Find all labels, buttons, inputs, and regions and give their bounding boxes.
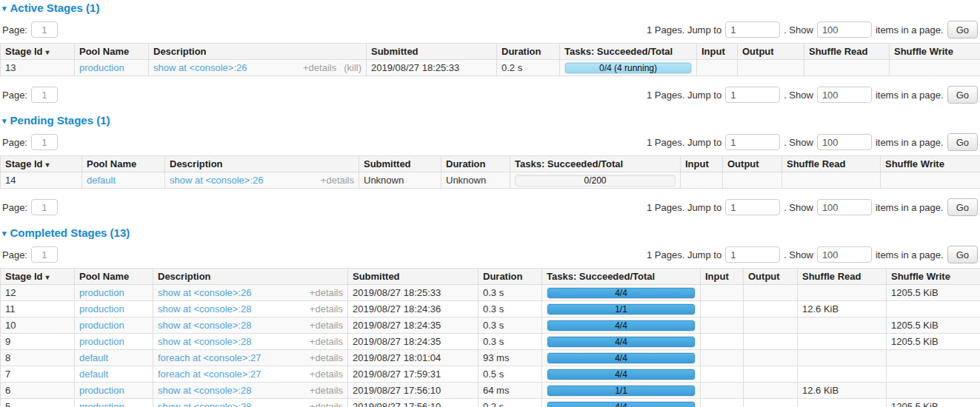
description-link[interactable]: show at <console>:28 — [158, 320, 251, 331]
column-header-input[interactable]: Input — [697, 44, 738, 60]
stage-id-cell: 13 — [1, 60, 75, 76]
column-header-description[interactable]: Description — [165, 156, 359, 172]
go-button[interactable]: Go — [947, 198, 978, 216]
pool-name-link[interactable]: default — [87, 175, 116, 186]
pool-name-link[interactable]: default — [79, 352, 108, 363]
items-per-page-input[interactable] — [817, 134, 872, 150]
jump-to-page-input[interactable] — [725, 134, 780, 150]
description-link[interactable]: show at <console>:28 — [158, 336, 251, 347]
details-toggle-link[interactable]: +details — [303, 62, 336, 73]
details-toggle-link[interactable]: +details — [310, 369, 343, 380]
pool-name-cell: production — [75, 334, 153, 350]
column-header-submitted[interactable]: Submitted — [348, 269, 479, 285]
pool-name-link[interactable]: production — [79, 320, 124, 331]
details-toggle-link[interactable]: +details — [310, 320, 343, 331]
section-header-pending-stages[interactable]: ▾Pending Stages (1) — [2, 114, 980, 127]
column-header-output[interactable]: Output — [723, 156, 782, 172]
column-header-stage-id[interactable]: Stage Id▾ — [1, 269, 75, 285]
column-header-input[interactable]: Input — [701, 269, 744, 285]
pool-name-link[interactable]: production — [79, 385, 124, 396]
progress-label: 4/4 — [547, 353, 695, 364]
page-number-input[interactable] — [31, 21, 58, 38]
page-number-input[interactable] — [31, 87, 58, 103]
column-header-stage-id[interactable]: Stage Id▾ — [1, 156, 82, 172]
column-header-description[interactable]: Description — [153, 269, 348, 285]
page-number-input[interactable] — [31, 199, 58, 215]
column-header-shuffle-write[interactable]: Shuffle Write — [881, 156, 980, 172]
details-toggle-link[interactable]: +details — [310, 352, 343, 363]
column-header-output[interactable]: Output — [738, 44, 804, 60]
details-toggle-link[interactable]: +details — [310, 336, 343, 347]
table-row: 13productionshow at <console>:26+details… — [1, 60, 980, 76]
details-toggle-link[interactable]: +details — [310, 401, 343, 407]
column-header-shuffle-read[interactable]: Shuffle Read — [798, 269, 887, 285]
column-header-output[interactable]: Output — [744, 269, 798, 285]
description-cell: show at <console>:28+details — [153, 301, 348, 317]
go-button[interactable]: Go — [947, 133, 978, 151]
description-link[interactable]: show at <console>:26 — [153, 62, 247, 73]
pool-name-link[interactable]: production — [79, 303, 124, 314]
details-toggle-link[interactable]: +details — [310, 385, 343, 396]
column-header-shuffle-read[interactable]: Shuffle Read — [782, 156, 881, 172]
column-header-duration[interactable]: Duration — [479, 269, 542, 285]
pool-name-cell: production — [75, 60, 149, 76]
pool-name-link[interactable]: production — [79, 336, 124, 347]
column-header-tasks-succeeded-total[interactable]: Tasks: Succeeded/Total — [510, 156, 681, 172]
column-header-pool-name[interactable]: Pool Name — [75, 269, 153, 285]
page-number-input[interactable] — [31, 134, 58, 150]
column-header-description[interactable]: Description — [149, 44, 367, 60]
jump-to-page-input[interactable] — [725, 21, 780, 38]
pool-name-link[interactable]: default — [79, 369, 108, 380]
kill-link[interactable]: (kill) — [344, 62, 361, 73]
output-cell — [744, 301, 798, 317]
pool-name-link[interactable]: production — [79, 287, 124, 298]
description-link[interactable]: foreach at <console>:27 — [158, 369, 261, 380]
column-header-input[interactable]: Input — [681, 156, 723, 172]
shuffle-read-cell — [798, 317, 887, 334]
column-header-tasks-succeeded-total[interactable]: Tasks: Succeeded/Total — [542, 269, 701, 285]
description-link[interactable]: show at <console>:28 — [158, 303, 251, 314]
go-button[interactable]: Go — [947, 86, 978, 104]
column-header-pool-name[interactable]: Pool Name — [75, 44, 149, 60]
column-header-duration[interactable]: Duration — [441, 156, 510, 172]
column-header-tasks-succeeded-total[interactable]: Tasks: Succeeded/Total — [560, 44, 697, 60]
jump-to-page-input[interactable] — [725, 87, 780, 103]
details-toggle-link[interactable]: +details — [321, 175, 354, 186]
column-header-shuffle-write[interactable]: Shuffle Write — [890, 44, 980, 60]
go-button[interactable]: Go — [947, 21, 978, 38]
items-per-page-input[interactable] — [817, 246, 872, 263]
table-header-row: Stage Id▾Pool NameDescriptionSubmittedDu… — [1, 156, 980, 172]
items-per-page-input[interactable] — [817, 21, 872, 38]
items-per-page-input[interactable] — [817, 87, 872, 103]
column-header-stage-id[interactable]: Stage Id▾ — [1, 44, 75, 60]
section-header-active-stages[interactable]: ▾Active Stages (1) — [2, 1, 980, 14]
column-header-pool-name[interactable]: Pool Name — [82, 156, 165, 172]
page-label: Page: — [2, 24, 27, 36]
pool-name-link[interactable]: production — [79, 62, 124, 73]
input-cell — [701, 366, 744, 383]
stage-id-cell: 8 — [1, 350, 75, 366]
details-toggle-link[interactable]: +details — [310, 287, 343, 298]
jump-to-page-input[interactable] — [725, 246, 780, 263]
column-header-shuffle-read[interactable]: Shuffle Read — [804, 44, 890, 60]
shuffle-read-cell — [798, 366, 887, 383]
pool-name-link[interactable]: production — [79, 401, 124, 407]
details-toggle-link[interactable]: +details — [310, 303, 343, 314]
items-per-page-input[interactable] — [817, 199, 872, 215]
progress-label: 0/4 (4 running) — [565, 63, 691, 74]
go-button[interactable]: Go — [947, 246, 978, 263]
duration-cell: Unknown — [441, 172, 510, 189]
section-header-completed-stages[interactable]: ▾Completed Stages (13) — [2, 226, 980, 239]
description-link[interactable]: foreach at <console>:27 — [158, 352, 261, 363]
column-header-shuffle-write[interactable]: Shuffle Write — [887, 269, 980, 285]
description-link[interactable]: show at <console>:26 — [170, 175, 263, 186]
stage-id-cell: 6 — [1, 383, 75, 399]
jump-to-page-input[interactable] — [725, 199, 780, 215]
description-link[interactable]: show at <console>:28 — [158, 401, 251, 407]
description-link[interactable]: show at <console>:28 — [158, 385, 251, 396]
column-header-duration[interactable]: Duration — [497, 44, 560, 60]
column-header-submitted[interactable]: Submitted — [367, 44, 497, 60]
page-number-input[interactable] — [31, 246, 58, 263]
description-link[interactable]: show at <console>:26 — [158, 287, 251, 298]
column-header-submitted[interactable]: Submitted — [359, 156, 441, 172]
